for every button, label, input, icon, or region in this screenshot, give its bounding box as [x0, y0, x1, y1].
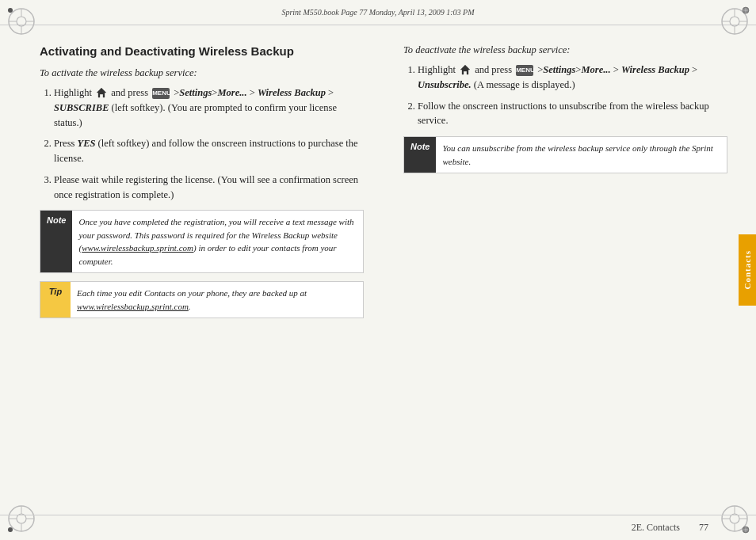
- menu-icon-right: MENU: [516, 65, 533, 76]
- right-note-content: You can unsubscribe from the wireless ba…: [436, 137, 727, 173]
- left-note-content: Once you have completed the registration…: [72, 211, 363, 272]
- menu-icon: MENU: [152, 88, 170, 99]
- left-steps-list: Highlight and press MENU >Settings>More.…: [40, 86, 364, 202]
- page-footer: 2E. Contacts 77: [0, 515, 756, 540]
- side-tab-label: Contacts: [743, 250, 752, 290]
- svg-point-8: [730, 17, 739, 26]
- home-icon: [96, 87, 107, 98]
- right-note-box: Note You can unsubscribe from the wirele…: [403, 136, 727, 173]
- tip-url: www.wirelessbackup.sprint.com: [77, 302, 189, 311]
- side-tab: Contacts: [739, 234, 756, 306]
- footer-section: 2E. Contacts: [632, 522, 680, 534]
- footer-page-number: 77: [699, 522, 708, 534]
- section-title: Activating and Deactivating Wireless Bac…: [40, 44, 364, 58]
- right-step-2: Follow the onscreen instructions to unsu…: [418, 99, 727, 129]
- main-content: Activating and Deactivating Wireless Bac…: [40, 29, 727, 511]
- left-column: Activating and Deactivating Wireless Bac…: [40, 29, 372, 511]
- svg-marker-33: [460, 65, 470, 74]
- header-text: Sprint M550.book Page 77 Monday, April 1…: [281, 8, 474, 17]
- step1-highlight: Highlight: [54, 87, 94, 98]
- svg-point-6: [8, 8, 13, 13]
- left-tip-label: Tip: [40, 282, 71, 318]
- page-header: Sprint M550.book Page 77 Monday, April 1…: [0, 0, 756, 25]
- right-step1-and-press: and press: [475, 64, 514, 75]
- right-column: To deactivate the wireless backup servic…: [395, 29, 727, 511]
- svg-point-1: [17, 17, 26, 26]
- left-note-box: Note Once you have completed the registr…: [40, 210, 364, 273]
- note-url: www.wirelessbackup.sprint.com: [82, 243, 193, 253]
- home-icon-right: [460, 64, 471, 75]
- left-note-label: Note: [40, 211, 72, 272]
- left-step-3: Please wait while registering the licens…: [54, 173, 364, 203]
- left-step-1: Highlight and press MENU >Settings>More.…: [54, 86, 364, 130]
- left-intro: To activate the wireless backup service:: [40, 67, 364, 79]
- left-step-2: Press YES (left softkey) and follow the …: [54, 136, 364, 166]
- right-steps-list: Highlight and press MENU >Settings>More.…: [403, 63, 727, 128]
- left-tip-content: Each time you edit Contacts on your phon…: [71, 282, 363, 318]
- right-step1-highlight: Highlight: [418, 64, 458, 75]
- right-note-label: Note: [404, 137, 436, 173]
- right-intro: To deactivate the wireless backup servic…: [403, 44, 727, 56]
- page: Sprint M550.book Page 77 Monday, April 1…: [0, 0, 756, 540]
- step1-and-press: and press: [111, 87, 151, 98]
- right-step-1: Highlight and press MENU >Settings>More.…: [418, 63, 727, 93]
- left-tip-box: Tip Each time you edit Contacts on your …: [40, 281, 364, 318]
- svg-marker-32: [97, 88, 106, 97]
- corner-decoration-tl: [6, 6, 36, 36]
